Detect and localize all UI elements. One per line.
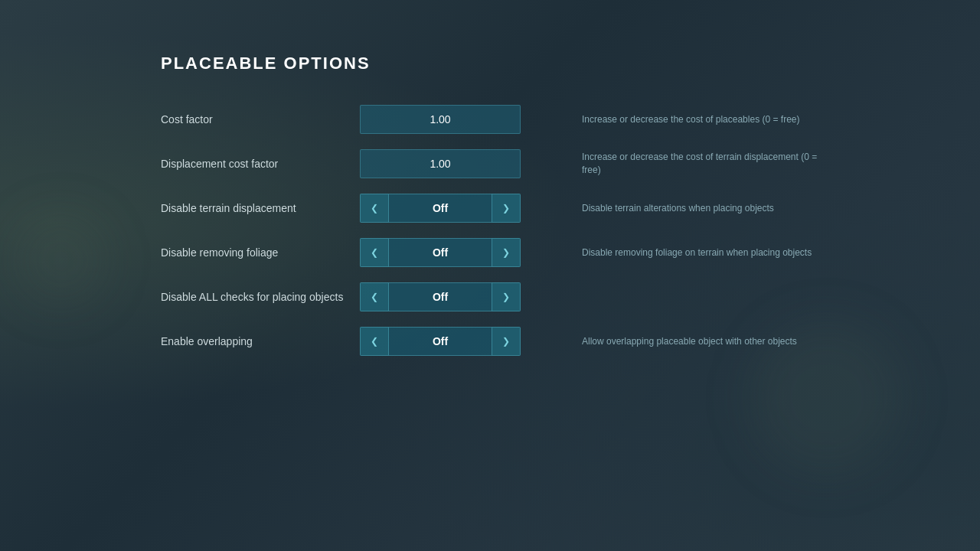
setting-row-displacement-cost: Displacement cost factor 1.00 Increase o… bbox=[161, 145, 819, 182]
desc-enable-overlapping: Allow overlapping placeable object with … bbox=[582, 335, 819, 348]
toggle-disable-foliage-next[interactable] bbox=[492, 238, 521, 267]
desc-displacement-cost: Increase or decrease the cost of terrain… bbox=[582, 151, 819, 177]
control-disable-foliage: Off bbox=[360, 238, 521, 267]
toggle-disable-terrain-prev[interactable] bbox=[360, 194, 389, 223]
desc-disable-foliage: Disable removing foliage on terrain when… bbox=[582, 246, 819, 259]
toggle-disable-foliage-prev[interactable] bbox=[360, 238, 389, 267]
toggle-enable-overlapping-next[interactable] bbox=[492, 327, 521, 356]
main-content: PLACEABLE OPTIONS Cost factor 1.00 Incre… bbox=[0, 0, 980, 551]
input-cost-factor[interactable]: 1.00 bbox=[360, 105, 521, 134]
toggle-disable-all-checks-prev[interactable] bbox=[360, 282, 389, 311]
toggle-enable-overlapping-value: Off bbox=[389, 327, 492, 356]
control-displacement-cost: 1.00 bbox=[360, 149, 521, 178]
page-title: PLACEABLE OPTIONS bbox=[161, 54, 819, 73]
label-displacement-cost: Displacement cost factor bbox=[161, 158, 360, 170]
toggle-disable-foliage-value: Off bbox=[389, 238, 492, 267]
toggle-enable-overlapping: Off bbox=[360, 327, 521, 356]
label-enable-overlapping: Enable overlapping bbox=[161, 335, 360, 347]
label-disable-foliage: Disable removing foliage bbox=[161, 246, 360, 259]
control-disable-terrain: Off bbox=[360, 194, 521, 223]
setting-row-disable-all-checks: Disable ALL checks for placing objects O… bbox=[161, 279, 819, 315]
toggle-disable-all-checks: Off bbox=[360, 282, 521, 311]
label-cost-factor: Cost factor bbox=[161, 113, 360, 126]
toggle-disable-all-checks-next[interactable] bbox=[492, 282, 521, 311]
setting-row-cost-factor: Cost factor 1.00 Increase or decrease th… bbox=[161, 101, 819, 138]
setting-row-enable-overlapping: Enable overlapping Off Allow overlapping… bbox=[161, 323, 819, 360]
toggle-enable-overlapping-prev[interactable] bbox=[360, 327, 389, 356]
toggle-disable-terrain: Off bbox=[360, 194, 521, 223]
input-displacement-cost[interactable]: 1.00 bbox=[360, 149, 521, 178]
setting-row-disable-foliage: Disable removing foliage Off Disable rem… bbox=[161, 234, 819, 271]
label-disable-all-checks: Disable ALL checks for placing objects bbox=[161, 291, 360, 303]
toggle-disable-foliage: Off bbox=[360, 238, 521, 267]
desc-disable-terrain: Disable terrain alterations when placing… bbox=[582, 202, 819, 215]
control-enable-overlapping: Off bbox=[360, 327, 521, 356]
setting-row-disable-terrain: Disable terrain displacement Off Disable… bbox=[161, 190, 819, 227]
toggle-disable-terrain-next[interactable] bbox=[492, 194, 521, 223]
desc-cost-factor: Increase or decrease the cost of placeab… bbox=[582, 113, 819, 126]
toggle-disable-terrain-value: Off bbox=[389, 194, 492, 223]
toggle-disable-all-checks-value: Off bbox=[389, 282, 492, 311]
label-disable-terrain: Disable terrain displacement bbox=[161, 202, 360, 214]
control-disable-all-checks: Off bbox=[360, 282, 521, 311]
control-cost-factor: 1.00 bbox=[360, 105, 521, 134]
